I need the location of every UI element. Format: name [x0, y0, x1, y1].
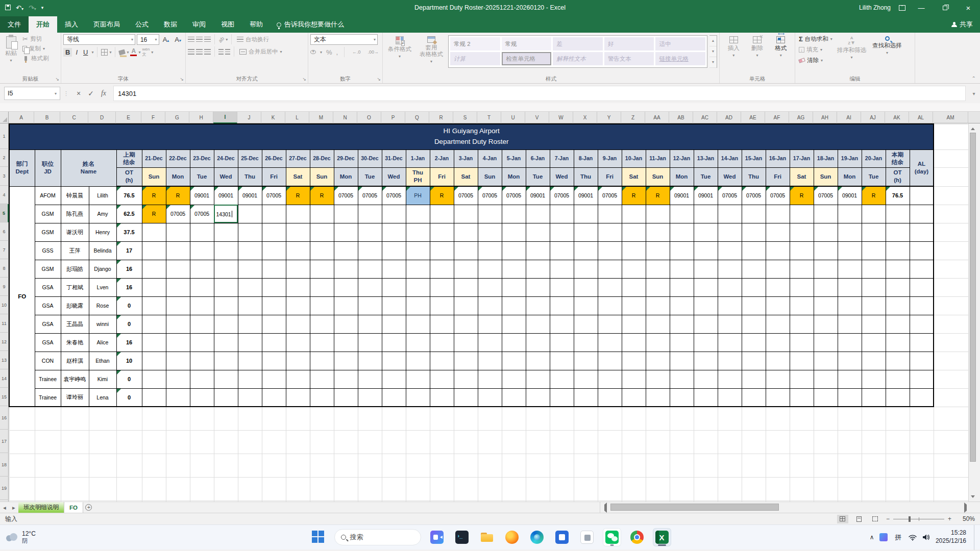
name-en-cell[interactable]: Lven [89, 278, 116, 296]
duty-cell[interactable] [238, 315, 262, 333]
duty-cell[interactable] [694, 352, 718, 370]
duty-cell[interactable] [718, 296, 742, 315]
duty-cell[interactable] [382, 333, 406, 352]
empty-cell[interactable] [358, 407, 382, 430]
number-format-combo[interactable]: 文本▾ [310, 34, 378, 45]
duty-cell[interactable] [454, 388, 478, 407]
duty-cell[interactable] [766, 260, 790, 278]
header-weekday[interactable]: Mon [334, 167, 358, 186]
column-header-O[interactable]: O [357, 112, 381, 123]
duty-cell[interactable] [382, 278, 406, 296]
duty-cell[interactable] [670, 205, 694, 223]
header-weekday[interactable]: Mon [838, 167, 862, 186]
duty-cell[interactable] [454, 370, 478, 388]
jd-cell[interactable]: Trainee [35, 370, 61, 388]
duty-cell[interactable] [454, 352, 478, 370]
empty-cell[interactable] [286, 477, 310, 500]
format-cells-button[interactable]: 格式▾ [772, 34, 790, 73]
duty-cell[interactable] [430, 315, 454, 333]
align-top-icon[interactable] [188, 37, 194, 42]
duty-cell[interactable] [598, 370, 622, 388]
duty-cell[interactable] [526, 278, 550, 296]
duty-cell[interactable] [382, 315, 406, 333]
empty-cell[interactable] [766, 477, 790, 500]
duty-cell[interactable] [574, 223, 598, 241]
duty-cell[interactable] [790, 352, 814, 370]
duty-cell[interactable] [166, 388, 190, 407]
duty-cell[interactable] [310, 241, 334, 260]
al-cell[interactable] [910, 315, 934, 333]
duty-cell[interactable] [790, 205, 814, 223]
header-weekday[interactable]: Tue [526, 167, 550, 186]
empty-cell[interactable] [838, 430, 862, 454]
duty-cell[interactable]: 09001 [238, 186, 262, 205]
duty-cell[interactable] [814, 260, 838, 278]
merge-center-button[interactable]: 合并后居中▾ [238, 47, 284, 57]
duty-cell[interactable] [358, 241, 382, 260]
duty-cell[interactable] [526, 223, 550, 241]
empty-cell[interactable] [238, 407, 262, 430]
duty-cell[interactable] [766, 296, 790, 315]
empty-cell[interactable] [790, 454, 814, 477]
duty-cell[interactable] [310, 278, 334, 296]
empty-cell[interactable] [9, 454, 35, 477]
duty-cell[interactable] [142, 370, 166, 388]
al-cell[interactable] [910, 352, 934, 370]
cell-style-常规 2[interactable]: 常规 2 [450, 37, 500, 51]
duty-cell[interactable] [550, 241, 574, 260]
align-bottom-icon[interactable] [204, 37, 211, 42]
duty-cell[interactable] [286, 223, 310, 241]
empty-cell[interactable] [766, 407, 790, 430]
column-header-AC[interactable]: AC [693, 112, 717, 123]
grow-font-button[interactable]: A▴ [161, 35, 172, 44]
header-weekday[interactable]: Sun [310, 167, 334, 186]
name-zh-cell[interactable]: 谭玲丽 [61, 388, 89, 407]
duty-cell[interactable]: 07005 [502, 186, 526, 205]
duty-cell[interactable] [790, 333, 814, 352]
header-weekday[interactable]: Sun [814, 167, 838, 186]
duty-cell[interactable] [334, 241, 358, 260]
empty-cell[interactable] [574, 477, 598, 500]
ribbon-tab-审阅[interactable]: 审阅 [185, 16, 213, 33]
jd-cell[interactable]: GSM [35, 205, 61, 223]
empty-cell[interactable] [598, 454, 622, 477]
duty-cell[interactable] [430, 352, 454, 370]
wrap-text-button[interactable]: 自动换行 [235, 35, 271, 44]
duty-cell[interactable] [526, 241, 550, 260]
firefox-icon[interactable] [503, 528, 521, 546]
duty-cell[interactable] [790, 241, 814, 260]
chrome-icon[interactable] [628, 528, 646, 546]
duty-cell[interactable] [694, 370, 718, 388]
blue-app-icon[interactable] [553, 528, 571, 546]
header-date[interactable]: 2-Jan [430, 149, 454, 167]
header-date[interactable]: 28-Dec [310, 149, 334, 167]
empty-cell[interactable] [742, 477, 766, 500]
empty-cell[interactable] [382, 477, 406, 500]
cell-style-计算[interactable]: 计算 [450, 52, 500, 65]
row-header-17[interactable]: 17 [0, 430, 9, 453]
al-cell[interactable] [910, 260, 934, 278]
empty-cell[interactable] [886, 477, 910, 500]
duty-cell[interactable] [142, 296, 166, 315]
duty-cell[interactable] [622, 370, 646, 388]
duty-cell[interactable] [310, 370, 334, 388]
header-date[interactable]: 6-Jan [526, 149, 550, 167]
duty-cell[interactable] [406, 205, 430, 223]
duty-cell[interactable] [166, 278, 190, 296]
duty-cell[interactable] [142, 241, 166, 260]
wechat-icon[interactable] [603, 528, 621, 546]
header-al[interactable]: AL (day) [910, 149, 934, 186]
header-weekday[interactable]: Wed [214, 167, 238, 186]
duty-cell[interactable] [646, 315, 670, 333]
duty-cell[interactable] [334, 352, 358, 370]
duty-cell[interactable] [430, 205, 454, 223]
duty-cell[interactable]: R [790, 186, 814, 205]
cur-ot-cell[interactable] [886, 315, 910, 333]
jd-cell[interactable]: GSM [35, 223, 61, 241]
header-prev-ot[interactable]: 上期 结余 [116, 149, 142, 167]
empty-cell[interactable] [454, 477, 478, 500]
duty-cell[interactable]: R [430, 186, 454, 205]
duty-cell[interactable] [766, 241, 790, 260]
cur-ot-cell[interactable] [886, 205, 910, 223]
name-zh-cell[interactable]: 彭琨皓 [61, 260, 89, 278]
